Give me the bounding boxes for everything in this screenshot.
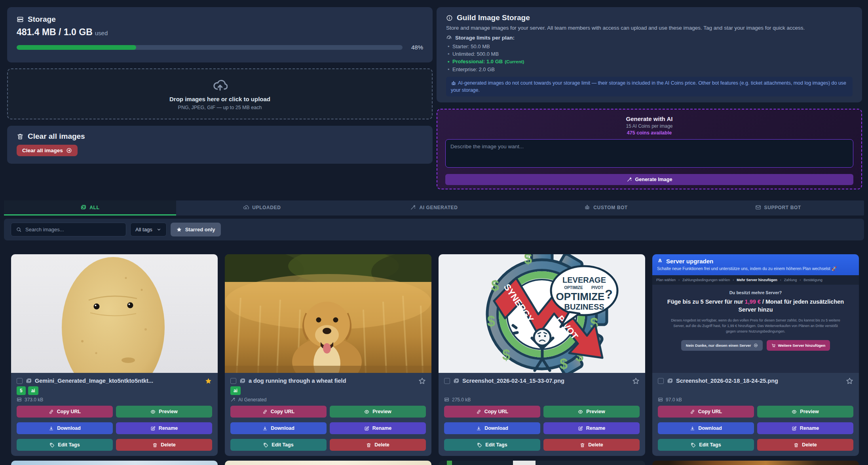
preview-button[interactable]: Preview bbox=[116, 406, 212, 418]
copy-url-button[interactable]: Copy URL bbox=[658, 406, 754, 418]
eye-icon bbox=[364, 409, 369, 414]
card-filename: Gemini_Generated_Image_kto5ntkto5ntkt... bbox=[35, 378, 201, 384]
edit-tags-button[interactable]: Edit Tags bbox=[17, 439, 113, 451]
tag-badge[interactable]: ai bbox=[28, 386, 38, 395]
svg-text:OPTIMIZE: OPTIMIZE bbox=[564, 285, 583, 290]
download-button[interactable]: Download bbox=[230, 422, 327, 434]
card-meta: AI Generated bbox=[230, 397, 426, 403]
image-thumbnail-partial[interactable] bbox=[439, 461, 645, 465]
trash-icon bbox=[17, 133, 24, 140]
dropzone-title: Drop images here or click to upload bbox=[169, 96, 270, 102]
plan-list: Starter: 50.0 MB Unlimited: 500.0 MB Pro… bbox=[446, 43, 853, 73]
image-file-icon bbox=[26, 378, 32, 384]
plan-item-enterprise: Enterprise: 2.0 GB bbox=[446, 66, 853, 73]
tags-filter-select[interactable]: All tags bbox=[130, 223, 167, 236]
card-select-checkbox[interactable] bbox=[444, 378, 450, 384]
upgrade-accept-button[interactable]: Weitere Server hinzufügen bbox=[767, 340, 830, 351]
tab-all[interactable]: ALL bbox=[4, 200, 176, 215]
image-thumbnail-partial[interactable] bbox=[225, 461, 431, 465]
storage-usage: 481.4 MB / 1.0 GBused bbox=[17, 27, 423, 38]
card-tags: 5 ai bbox=[17, 386, 212, 395]
breadcrumb-item: Bestätigung bbox=[803, 278, 822, 282]
business-art: $$$ $$$ $$ SYNERGY PIVOT bbox=[439, 254, 645, 373]
breadcrumb-item: Zahlungsbedingungen wählen bbox=[682, 278, 730, 282]
image-file-icon bbox=[239, 378, 245, 384]
copy-url-button[interactable]: Copy URL bbox=[17, 406, 113, 418]
cart-icon bbox=[771, 343, 776, 348]
breadcrumb-item-active: Mehr Server hinzufügen bbox=[737, 278, 777, 282]
edit-tags-button[interactable]: Edit Tags bbox=[658, 439, 754, 451]
preview-button[interactable]: Preview bbox=[757, 406, 853, 418]
copy-url-label: Copy URL bbox=[484, 409, 508, 414]
upgrade-banner-title: Server upgraden bbox=[666, 258, 713, 265]
download-button[interactable]: Download bbox=[444, 422, 540, 434]
download-button[interactable]: Download bbox=[17, 422, 113, 434]
tab-uploaded[interactable]: UPLOADED bbox=[176, 200, 348, 215]
image-thumbnail-partial[interactable] bbox=[11, 461, 218, 465]
upgrade-decline-button[interactable]: Nein Danke, nur diesen einen Server bbox=[681, 340, 763, 351]
image-thumbnail-dog[interactable] bbox=[225, 254, 431, 373]
star-toggle[interactable] bbox=[846, 377, 853, 385]
rename-button[interactable]: Rename bbox=[757, 422, 853, 434]
rename-button[interactable]: Rename bbox=[330, 422, 426, 434]
image-thumbnail-upgrade-screenshot[interactable]: Server upgraden Schalte neue Funktionen … bbox=[652, 254, 859, 373]
image-thumbnail-business[interactable]: $$$ $$$ $$ SYNERGY PIVOT bbox=[439, 254, 645, 373]
generate-prompt-input[interactable] bbox=[445, 139, 853, 168]
card-select-checkbox[interactable] bbox=[658, 378, 664, 384]
star-toggle[interactable] bbox=[205, 377, 212, 385]
plan-item-professional-label: Professional: 1.0 GB bbox=[452, 59, 503, 64]
tab-support-bot[interactable]: SUPPORT BOT bbox=[692, 200, 864, 215]
download-label: Download bbox=[271, 425, 294, 431]
tag-badge[interactable]: ai bbox=[230, 386, 241, 395]
star-outline-icon bbox=[418, 377, 426, 385]
tab-ai-generated[interactable]: AI GENERATED bbox=[348, 200, 520, 215]
upload-dropzone[interactable]: Drop images here or click to upload PNG,… bbox=[7, 68, 433, 119]
edit-icon bbox=[364, 426, 369, 431]
copy-url-button[interactable]: Copy URL bbox=[444, 406, 540, 418]
delete-button[interactable]: Delete bbox=[116, 439, 212, 451]
delete-button[interactable]: Delete bbox=[543, 439, 640, 451]
tag-icon bbox=[691, 442, 696, 448]
svg-text:PIVOT: PIVOT bbox=[591, 285, 603, 290]
rename-button[interactable]: Rename bbox=[543, 422, 640, 434]
info-panel-title: Guild Image Storage bbox=[457, 13, 530, 22]
edit-icon bbox=[792, 426, 797, 431]
tab-ai-generated-label: AI GENERATED bbox=[419, 205, 458, 210]
generate-ai-panel: Generate with AI 15 AI Coins per image 4… bbox=[437, 109, 862, 189]
card-body: a dog running through a wheat field ai A… bbox=[225, 373, 431, 456]
download-button[interactable]: Download bbox=[658, 422, 754, 434]
starred-only-toggle[interactable]: Starred only bbox=[171, 223, 221, 236]
copy-url-button[interactable]: Copy URL bbox=[230, 406, 327, 418]
card-select-checkbox[interactable] bbox=[230, 378, 236, 384]
upload-cloud-icon bbox=[243, 204, 249, 210]
clear-all-button[interactable]: Clear all images bbox=[17, 145, 78, 156]
star-filled-icon bbox=[205, 377, 212, 385]
copy-url-label: Copy URL bbox=[57, 409, 81, 414]
delete-button[interactable]: Delete bbox=[757, 439, 853, 451]
dropzone-subtitle: PNG, JPEG, GIF — up to 25 MB each bbox=[178, 105, 262, 110]
search-input[interactable] bbox=[25, 227, 121, 232]
trash-icon bbox=[580, 442, 585, 448]
preview-button[interactable]: Preview bbox=[543, 406, 640, 418]
next-row-partial bbox=[11, 461, 859, 465]
info-panel-description: Store and manage images for your server.… bbox=[446, 25, 853, 31]
copy-url-label: Copy URL bbox=[698, 409, 722, 414]
star-toggle[interactable] bbox=[418, 377, 426, 385]
guild-storage-info-panel: Guild Image Storage Store and manage ima… bbox=[437, 7, 862, 102]
image-thumbnail-potato[interactable] bbox=[11, 254, 218, 373]
generate-image-button[interactable]: Generate Image bbox=[445, 174, 853, 185]
tag-badge[interactable]: 5 bbox=[17, 386, 26, 395]
rename-button[interactable]: Rename bbox=[116, 422, 212, 434]
tab-custom-bot[interactable]: CUSTOM BOT bbox=[520, 200, 692, 215]
edit-tags-button[interactable]: Edit Tags bbox=[230, 439, 327, 451]
delete-button[interactable]: Delete bbox=[330, 439, 426, 451]
arrow-right-circle-icon bbox=[66, 147, 72, 153]
star-toggle[interactable] bbox=[632, 377, 640, 385]
search-icon bbox=[16, 227, 22, 232]
edit-tags-button[interactable]: Edit Tags bbox=[444, 439, 540, 451]
card-select-checkbox[interactable] bbox=[17, 378, 23, 384]
rocket-icon bbox=[657, 258, 663, 264]
image-thumbnail-partial[interactable] bbox=[652, 461, 859, 465]
preview-button[interactable]: Preview bbox=[330, 406, 426, 418]
upgrade-question: Du besitzt mehre Server? bbox=[729, 290, 782, 295]
